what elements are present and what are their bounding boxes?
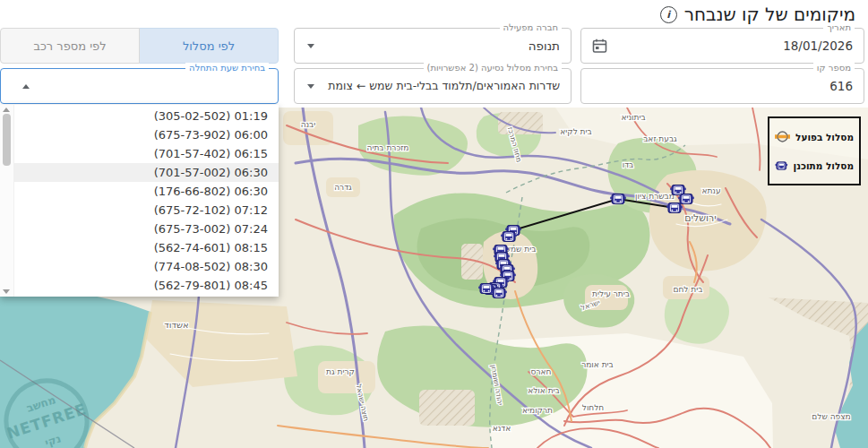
legend-planned-route: מסלול מתוכנן	[775, 159, 854, 173]
scroll-up-icon[interactable]	[3, 108, 10, 112]
time-option[interactable]: (562-79-801) 08:45	[13, 276, 279, 295]
time-option[interactable]: (675-73-002) 07:24	[13, 220, 279, 238]
map-place-label: יבנה	[301, 120, 316, 129]
tab-by-vehicle-label: לפי מספר רכב	[33, 39, 106, 53]
route-select-value: שדרות האמוראים/תלמוד בבלי-בית שמש ← צומת…	[325, 69, 560, 103]
dropdown-scrollbar[interactable]	[0, 105, 14, 297]
chevron-down-icon[interactable]	[307, 44, 314, 48]
map-place-label: ביתר עילית	[592, 289, 630, 298]
map-place-label: מזכרת בתיה	[367, 143, 409, 152]
map-place-label: בית אולא	[528, 386, 560, 395]
map-place-label: בית לחם	[674, 285, 703, 294]
map-place-label: מבשרת ציון	[635, 192, 675, 201]
planned-bus-marker[interactable]	[678, 194, 694, 204]
map-place-label: קרית גת	[326, 367, 355, 376]
start-time-dropdown: (305-02-502) 01:19(675-73-902) 06:00(701…	[0, 105, 279, 297]
tab-by-vehicle[interactable]: לפי מספר רכב	[0, 28, 140, 64]
time-option[interactable]: (675-73-902) 06:00	[13, 125, 279, 144]
route-select-field[interactable]: בחירת מסלול נסיעה (2 אפשרויות) שדרות האמ…	[294, 68, 572, 104]
actual-route-icon	[775, 129, 790, 144]
map-place-label: חלחול	[582, 403, 605, 412]
legend-actual-route: מסלול בפועל	[775, 129, 854, 144]
map-place-label: גבעת זאב	[643, 134, 677, 143]
planned-bus-marker[interactable]	[501, 232, 517, 242]
time-option[interactable]: (562-74-601) 08:15	[13, 238, 279, 257]
time-option[interactable]: (701-57-002) 06:30	[13, 163, 279, 182]
time-option[interactable]: (774-08-502) 08:30	[13, 257, 279, 276]
map-place-label: מצפה שלם	[812, 412, 850, 421]
line-number-field-value: 616	[612, 69, 853, 103]
chevron-up-icon[interactable]	[22, 84, 30, 89]
operator-field[interactable]: חברה מפעילה תנופה	[294, 28, 572, 64]
operator-field-value: תנופה	[325, 29, 560, 63]
planned-bus-marker[interactable]	[610, 194, 626, 204]
time-option[interactable]: (701-57-402) 06:15	[13, 144, 279, 163]
map-place-label: תרקומיא	[522, 406, 553, 415]
map-place-label: ענתא	[701, 186, 720, 195]
time-option[interactable]: (675-72-102) 07:12	[13, 201, 279, 220]
date-field[interactable]: תאריך 18/01/2026	[580, 28, 864, 64]
map-place-label: חארס	[531, 367, 552, 376]
tab-by-route-label: לפי מסלול	[183, 39, 235, 53]
info-icon[interactable]: i	[660, 6, 677, 23]
start-time-field-label: בחירת שעת התחלה	[185, 63, 269, 73]
map-place-label: אדנא	[493, 424, 511, 433]
map-legend: מסלול בפועל מסלול מתוכנן	[768, 116, 861, 185]
map-place-label: בית לקיא	[560, 127, 592, 136]
line-number-field[interactable]: מספר קו 616	[580, 68, 864, 104]
legend-actual-label: מסלול בפועל	[795, 132, 854, 142]
map-place-label: בית אומר	[581, 360, 614, 369]
time-option[interactable]: (176-66-802) 06:30	[13, 182, 279, 201]
map-place-label: בית שמש	[505, 245, 537, 254]
map-place-label: ירושלים	[684, 212, 716, 224]
date-field-value: 18/01/2026	[612, 29, 853, 63]
time-dropdown-list: (305-02-502) 01:19(675-73-902) 06:00(701…	[13, 107, 279, 295]
map-place-label: בדו	[623, 160, 634, 169]
scroll-down-icon[interactable]	[3, 289, 10, 294]
map-place-label: אשדוד	[164, 320, 188, 330]
map-place-label: ביתוניא	[621, 113, 645, 122]
map-place-label: גדרה	[334, 183, 352, 192]
tab-by-route[interactable]: לפי מסלול	[139, 28, 279, 64]
scrollbar-thumb[interactable]	[3, 114, 11, 166]
calendar-icon[interactable]	[592, 39, 607, 54]
planned-bus-marker[interactable]	[666, 203, 683, 213]
chevron-down-icon[interactable]	[307, 84, 314, 89]
planned-bus-marker[interactable]	[670, 185, 686, 195]
time-option[interactable]: (305-02-502) 01:19	[13, 107, 279, 125]
planned-bus-icon	[775, 159, 788, 173]
start-time-field[interactable]: בחירת שעת התחלה	[0, 68, 279, 104]
planned-bus-marker[interactable]	[491, 289, 507, 298]
legend-planned-label: מסלול מתוכנן	[794, 160, 854, 171]
